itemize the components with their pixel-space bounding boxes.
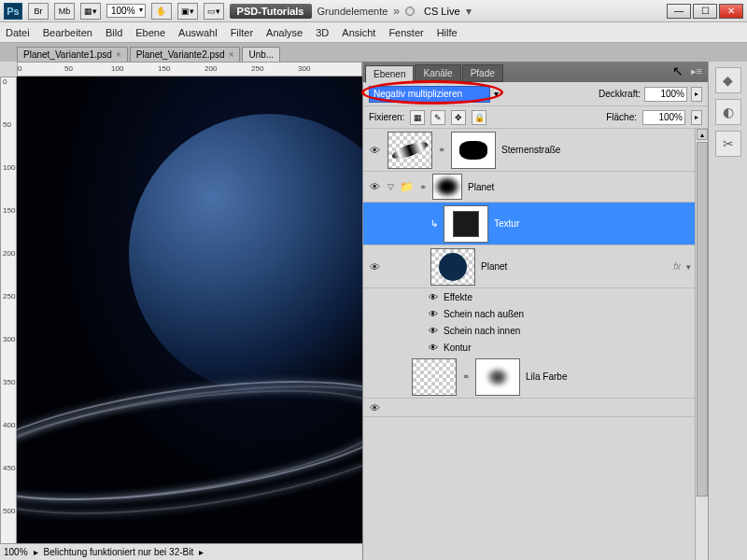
link-icon[interactable]: ⚭: [462, 371, 470, 382]
doc-tab[interactable]: Planet_Variante1.psd ×: [17, 47, 128, 62]
panel-menu-icon[interactable]: ▸≡: [691, 65, 702, 77]
effect-item[interactable]: 👁Schein nach außen: [363, 305, 695, 322]
document-tab-bar: Planet_Variante1.psd × Planet_Variante2.…: [0, 43, 747, 62]
menu-fenster[interactable]: Fenster: [388, 27, 423, 38]
view-extras-button[interactable]: ▦▾: [80, 3, 101, 20]
cslive-icon: [405, 7, 415, 16]
layer-name[interactable]: Lila Farbe: [526, 371, 691, 382]
fill-slider-button[interactable]: ▸: [691, 110, 702, 125]
opacity-field[interactable]: [644, 87, 687, 102]
right-dock: ◆ ◐ ✂: [708, 62, 747, 560]
menu-3d[interactable]: 3D: [316, 27, 329, 38]
scrollbar[interactable]: ▴ ▾: [695, 129, 708, 560]
ruler-horizontal: 050100150200250300: [17, 62, 362, 77]
menu-bild[interactable]: Bild: [106, 27, 122, 38]
status-message: Belichtung funktioniert nur bei 32-Bit: [44, 547, 194, 557]
layer-thumb[interactable]: [412, 358, 457, 396]
workspace-name[interactable]: Grundelemente: [317, 6, 388, 17]
lock-position-icon[interactable]: ✥: [451, 110, 466, 125]
lock-label: Fixieren:: [369, 112, 404, 122]
effects-header[interactable]: 👁Effekte: [363, 288, 695, 305]
lock-pixels-icon[interactable]: ✎: [430, 110, 445, 125]
menu-ansicht[interactable]: Ansicht: [342, 27, 375, 38]
menu-bar: Datei Bearbeiten Bild Ebene Auswahl Filt…: [0, 22, 747, 43]
status-bar: 100% ▸ Belichtung funktioniert nur bei 3…: [0, 543, 362, 560]
close-icon[interactable]: ×: [116, 49, 121, 60]
visibility-icon[interactable]: 👁: [367, 402, 382, 413]
cslive-label[interactable]: CS Live: [424, 6, 460, 17]
menu-analyse[interactable]: Analyse: [266, 27, 303, 38]
effect-item[interactable]: 👁Schein nach innen: [363, 322, 695, 339]
canvas[interactable]: [17, 77, 362, 543]
arrange-button[interactable]: ▣▾: [177, 3, 198, 20]
link-icon[interactable]: ⚭: [438, 145, 445, 155]
zoom-dropdown[interactable]: 100%: [106, 4, 146, 18]
layer-row[interactable]: 👁: [363, 399, 695, 417]
layer-row[interactable]: 👁 ⚭ Sternenstraße: [363, 129, 695, 172]
layers-panel: Ebenen Kanäle Pfade ↖ ▸≡ Negativ multipl…: [362, 62, 708, 560]
maximize-button[interactable]: ☐: [693, 4, 717, 19]
layer-thumb[interactable]: [430, 248, 475, 286]
tab-pfade[interactable]: Pfade: [462, 64, 503, 82]
menu-filter[interactable]: Filter: [231, 27, 253, 38]
fill-field[interactable]: [642, 110, 685, 125]
layer-row[interactable]: ⚭ Lila Farbe: [363, 356, 695, 399]
opacity-slider-button[interactable]: ▸: [691, 87, 702, 102]
ruler-vertical: 050100150200250300350400450500: [0, 77, 17, 560]
mask-thumb[interactable]: [432, 174, 462, 200]
doc-tab-active[interactable]: Unb...: [242, 47, 280, 62]
bridge-button[interactable]: Br: [28, 3, 49, 20]
dock-paths-icon[interactable]: ✂: [715, 131, 741, 157]
visibility-icon[interactable]: 👁: [367, 261, 382, 273]
visibility-icon[interactable]: 👁: [367, 181, 382, 192]
opacity-label: Deckkraft:: [599, 89, 641, 99]
close-button[interactable]: ✕: [719, 4, 743, 19]
layer-thumb[interactable]: [388, 132, 432, 169]
layer-name[interactable]: Planet: [468, 182, 691, 192]
blend-mode-dropdown[interactable]: Negativ multiplizieren: [369, 86, 490, 103]
scroll-thumb[interactable]: [697, 142, 708, 497]
layer-name[interactable]: Sternenstraße: [501, 145, 691, 155]
mask-thumb[interactable]: [451, 132, 496, 169]
mask-thumb[interactable]: [475, 358, 520, 396]
layer-row[interactable]: 👁 Planet fx▾: [363, 245, 695, 288]
layer-name[interactable]: Planet: [481, 261, 668, 272]
folder-icon: 📁: [400, 180, 414, 193]
link-icon[interactable]: ⚭: [419, 182, 427, 192]
menu-ebene[interactable]: Ebene: [135, 27, 165, 38]
dock-adjustments-icon[interactable]: ◐: [715, 99, 741, 125]
fill-label: Fläche:: [606, 112, 637, 122]
layer-list: 👁 ⚭ Sternenstraße 👁 ▽ 📁 ⚭ Planet ↳ Textu…: [363, 129, 695, 560]
menu-datei[interactable]: Datei: [6, 27, 30, 38]
hand-button[interactable]: ✋: [151, 3, 172, 20]
minibridge-button[interactable]: Mb: [54, 3, 75, 20]
effect-item[interactable]: 👁Kontur: [363, 339, 695, 356]
tab-kanaele[interactable]: Kanäle: [415, 64, 460, 82]
close-icon[interactable]: ×: [229, 49, 234, 60]
menu-auswahl[interactable]: Auswahl: [178, 27, 218, 38]
scroll-up-icon[interactable]: ▴: [697, 129, 708, 140]
menu-bearbeiten[interactable]: Bearbeiten: [43, 27, 92, 38]
layer-group-row[interactable]: 👁 ▽ 📁 ⚭ Planet: [363, 172, 695, 203]
layer-name[interactable]: Textur: [494, 218, 691, 229]
dock-layers-icon[interactable]: ◆: [715, 67, 741, 93]
panel-tabs: Ebenen Kanäle Pfade ↖ ▸≡: [363, 62, 708, 82]
title-bar: Ps Br Mb ▦▾ 100% ✋ ▣▾ ▭▾ PSD-Tutorials G…: [0, 0, 747, 22]
disclosure-icon[interactable]: ▽: [388, 182, 394, 191]
layer-row-selected[interactable]: ↳ Textur: [363, 203, 695, 245]
tab-ebenen[interactable]: Ebenen: [365, 65, 414, 83]
lock-all-icon[interactable]: 🔒: [472, 110, 486, 125]
layer-thumb[interactable]: [444, 205, 488, 243]
lock-row: Fixieren: ▦ ✎ ✥ 🔒 Fläche: ▸: [363, 106, 708, 129]
workspace-chevron-icon[interactable]: »: [393, 5, 400, 18]
visibility-icon[interactable]: 👁: [367, 145, 382, 156]
app-icon: Ps: [4, 3, 22, 20]
lock-transparency-icon[interactable]: ▦: [410, 110, 425, 125]
fx-badge[interactable]: fx: [673, 261, 681, 272]
blend-row: Negativ multiplizieren ▾ Deckkraft: ▸: [363, 82, 708, 106]
status-zoom[interactable]: 100%: [4, 547, 28, 557]
menu-hilfe[interactable]: Hilfe: [437, 27, 458, 38]
minimize-button[interactable]: —: [667, 4, 691, 19]
screenmode-button[interactable]: ▭▾: [204, 3, 224, 20]
doc-tab[interactable]: Planet_Variante2.psd ×: [130, 47, 241, 62]
